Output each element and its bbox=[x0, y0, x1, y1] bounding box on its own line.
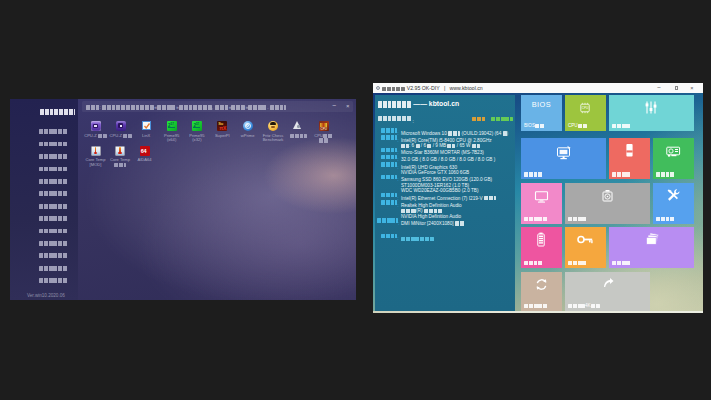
svg-text:CPU: CPU bbox=[582, 106, 588, 110]
